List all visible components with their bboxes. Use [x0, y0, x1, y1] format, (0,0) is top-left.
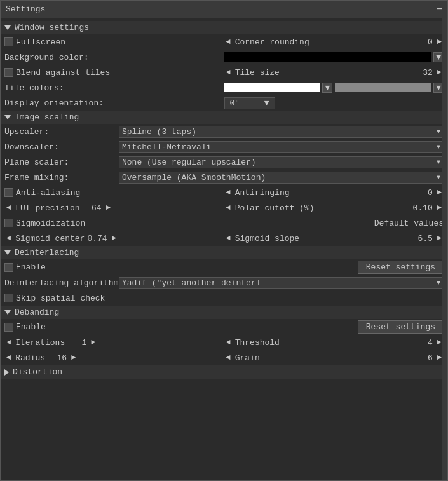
deband-reset-button[interactable]: Reset settings [358, 320, 444, 334]
close-button[interactable]: − [436, 4, 442, 15]
anti-aliasing-checkbox[interactable] [4, 188, 13, 197]
sigmoid-center-left-arrow[interactable]: ◄ [4, 234, 13, 243]
upscaler-dropdown[interactable]: Spline (3 taps) ▼ [119, 126, 444, 138]
frame-mixing-dropdown[interactable]: Oversample (AKA SmoothMotion) ▼ [119, 172, 444, 184]
settings-window: Settings − Window settings Fullscreen ◄ [0, 0, 448, 481]
polar-cutoff-left-arrow[interactable]: ◄ [224, 203, 233, 212]
plane-scaler-dropdown[interactable]: None (Use regular upscaler) ▼ [119, 156, 444, 168]
iterations-left-arrow[interactable]: ◄ [4, 338, 13, 347]
downscaler-value: Mitchell-Netravali [122, 142, 437, 152]
plane-scaler-arrow: ▼ [437, 159, 440, 166]
section-image-scaling[interactable]: Image scaling [1, 111, 447, 124]
grain-right: ◄ Grain 6 ► [224, 353, 444, 363]
section-distortion-label: Distortion [13, 367, 62, 377]
background-color-row: Background color: ▼ [1, 50, 447, 65]
blend-tiles-checkbox[interactable] [4, 68, 13, 77]
fullscreen-checkbox[interactable] [4, 37, 13, 46]
lut-precision-right-arrow[interactable]: ► [104, 203, 112, 212]
deband-enable-left: Enable [4, 322, 224, 332]
deband-reset-right: Reset settings [224, 320, 444, 334]
tile-colors-label: Tile colors: [4, 83, 64, 93]
threshold-label: Threshold [235, 338, 411, 348]
background-color-label: Background color: [4, 53, 89, 62]
radius-left-arrow[interactable]: ◄ [4, 353, 13, 362]
tile-color-1[interactable] [224, 83, 320, 92]
anti-aliasing-label: Anti-aliasing [16, 188, 80, 198]
default-values-right: Default values [224, 219, 444, 228]
sigmoidization-checkbox[interactable] [4, 219, 13, 227]
tile-color-2[interactable] [335, 83, 431, 92]
collapse-icon [4, 25, 11, 30]
antiringing-left-arrow[interactable]: ◄ [224, 188, 233, 197]
image-scaling-collapse-icon [4, 115, 11, 119]
grain-left-arrow[interactable]: ◄ [224, 353, 233, 362]
deband-enable-row: Enable Reset settings [1, 319, 447, 335]
frame-mixing-label: Frame mixing: [4, 173, 69, 182]
titlebar: Settings − [1, 1, 447, 18]
lut-precision-left-arrow[interactable]: ◄ [4, 203, 13, 212]
corner-rounding-value: 0 [414, 37, 433, 47]
background-color-right: ▼ [224, 52, 444, 62]
background-color-left: Background color: [4, 53, 224, 62]
background-color-swatch[interactable] [224, 52, 431, 62]
corner-rounding-ctrl: ◄ Corner rounding 0 ► [224, 37, 444, 47]
polar-cutoff-ctrl: ◄ Polar cutoff (%) 0.10 ► [224, 203, 444, 213]
iterations-right-arrow[interactable]: ► [89, 338, 97, 347]
iterations-label: Iterations [15, 338, 65, 348]
tile-size-label: Tile size [235, 68, 411, 78]
lut-precision-value: 64 [83, 203, 102, 213]
radius-row: ◄ Radius 16 ► ◄ Grain 6 ► [1, 350, 447, 365]
upscaler-label: Upscaler: [4, 127, 49, 137]
settings-content: Window settings Fullscreen ◄ Corner roun… [1, 18, 447, 381]
radius-value: 16 [48, 353, 67, 363]
display-orientation-dropdown[interactable]: 0° ▼ [224, 97, 275, 109]
deint-reset-right: Reset settings [224, 261, 444, 274]
skip-spatial-row: Skip spatial check [1, 290, 447, 306]
corner-rounding-left-arrow[interactable]: ◄ [224, 37, 233, 46]
plane-scaler-row: Plane scaler: None (Use regular upscaler… [1, 154, 447, 170]
deband-enable-checkbox[interactable] [4, 323, 13, 332]
section-distortion[interactable]: Distortion [1, 365, 447, 379]
deinterlacing-content: Enable Reset settings Deinterlacing algo… [1, 259, 447, 306]
tile-size-left-arrow[interactable]: ◄ [224, 68, 233, 77]
polar-cutoff-value: 0.10 [413, 203, 433, 213]
downscaler-arrow: ▼ [437, 144, 440, 151]
antiringing-value: 0 [414, 188, 433, 198]
default-values-label: Default values [374, 219, 444, 228]
tile-colors-left: Tile colors: [4, 83, 224, 93]
deint-enable-checkbox[interactable] [4, 263, 13, 272]
tile-color-1-arrow[interactable]: ▼ [322, 83, 332, 93]
display-orientation-right: 0° ▼ [224, 97, 444, 109]
deint-reset-button[interactable]: Reset settings [358, 261, 444, 274]
downscaler-dropdown[interactable]: Mitchell-Netravali ▼ [119, 141, 444, 153]
sigmoid-slope-left-arrow[interactable]: ◄ [224, 234, 233, 243]
section-deinterlacing[interactable]: Deinterlacing [1, 246, 447, 259]
frame-mixing-left: Frame mixing: [4, 173, 119, 182]
iterations-row: ◄ Iterations 1 ► ◄ Threshold 4 ► [1, 335, 447, 350]
blend-tiles-label: Blend against tiles [16, 68, 110, 78]
frame-mixing-value: Oversample (AKA SmoothMotion) [122, 173, 437, 182]
grain-value: 6 [414, 353, 433, 363]
section-debanding[interactable]: Debanding [1, 306, 447, 319]
deint-algorithm-dropdown[interactable]: Yadif ("yet another deinterl ▼ [119, 277, 444, 289]
deint-algorithm-arrow: ▼ [437, 280, 440, 287]
window-title: Settings [6, 4, 45, 14]
tile-size-ctrl: ◄ Tile size 32 ► [224, 68, 444, 78]
section-window-settings[interactable]: Window settings [1, 21, 447, 34]
radius-left: ◄ Radius 16 ► [4, 353, 224, 363]
display-orientation-label: Display orientation: [4, 98, 104, 108]
threshold-left-arrow[interactable]: ◄ [224, 338, 233, 347]
scrollbar[interactable] [442, 18, 447, 480]
corner-rounding-label: Corner rounding [235, 37, 411, 47]
skip-spatial-checkbox[interactable] [4, 294, 13, 302]
plane-scaler-label: Plane scaler: [4, 158, 69, 167]
deint-enable-row: Enable Reset settings [1, 259, 447, 275]
radius-label: Radius [15, 353, 45, 363]
fullscreen-row: Fullscreen ◄ Corner rounding 0 ► [1, 34, 447, 50]
antiringing-ctrl: ◄ Antiringing 0 ► [224, 188, 444, 198]
radius-right-arrow[interactable]: ► [69, 353, 78, 362]
window-settings-content: Fullscreen ◄ Corner rounding 0 ► Backgro… [1, 34, 447, 111]
sigmoid-center-right-arrow[interactable]: ► [110, 234, 118, 243]
upscaler-row: Upscaler: Spline (3 taps) ▼ [1, 124, 447, 139]
section-deinterlacing-label: Deinterlacing [15, 248, 79, 257]
